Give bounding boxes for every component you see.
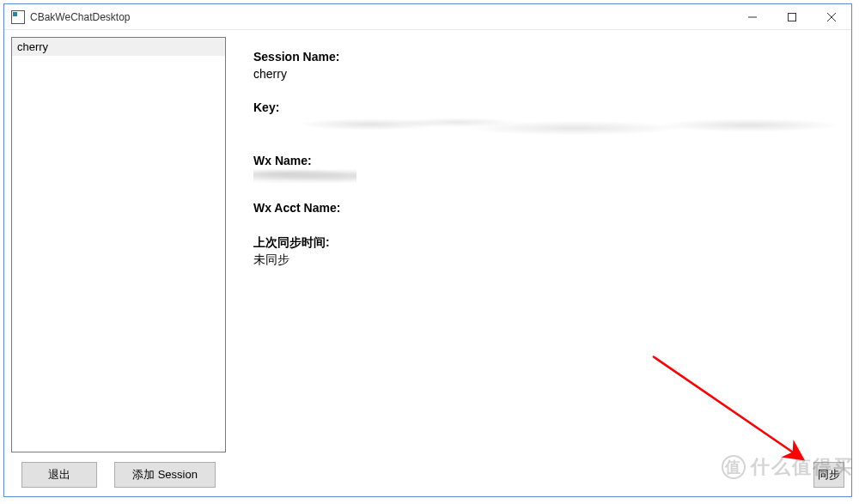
wx-name-value-redacted [253, 169, 356, 183]
app-icon [11, 10, 25, 24]
wx-acct-field: Wx Acct Name: [253, 200, 843, 217]
annotation-arrow [649, 352, 838, 489]
exit-button[interactable]: 退出 [21, 462, 97, 488]
session-name-field: Session Name: cherry [253, 49, 843, 82]
wx-name-label: Wx Name: [253, 153, 843, 170]
minimize-button[interactable] [733, 4, 772, 30]
window-title: CBakWeChatDesktop [30, 11, 131, 23]
last-sync-value: 未同步 [253, 252, 843, 269]
key-value-redacted [253, 117, 838, 136]
session-list-item[interactable]: cherry [12, 38, 225, 56]
window-body: cherry Session Name: cherry Key: Wx Name… [4, 30, 851, 496]
session-name-label: Session Name: [253, 49, 843, 66]
wx-name-field: Wx Name: [253, 153, 843, 184]
svg-line-4 [653, 356, 803, 459]
key-field: Key: [253, 100, 843, 136]
titlebar: CBakWeChatDesktop [4, 4, 851, 30]
session-name-value: cherry [253, 66, 843, 83]
last-sync-label: 上次同步时间: [253, 234, 843, 252]
last-sync-field: 上次同步时间: 未同步 [253, 234, 843, 268]
close-button[interactable] [812, 4, 851, 30]
add-session-button[interactable]: 添加 Session [114, 462, 216, 488]
svg-rect-1 [789, 13, 796, 21]
app-window: CBakWeChatDesktop cherry Session Name: c… [3, 3, 852, 497]
session-listbox[interactable]: cherry [11, 37, 226, 452]
maximize-button[interactable] [772, 4, 812, 30]
wx-acct-label: Wx Acct Name: [253, 200, 843, 217]
key-label: Key: [253, 100, 843, 117]
sync-button[interactable]: 同步 [813, 462, 844, 488]
session-details-panel: Session Name: cherry Key: Wx Name: Wx Ac… [253, 49, 843, 285]
